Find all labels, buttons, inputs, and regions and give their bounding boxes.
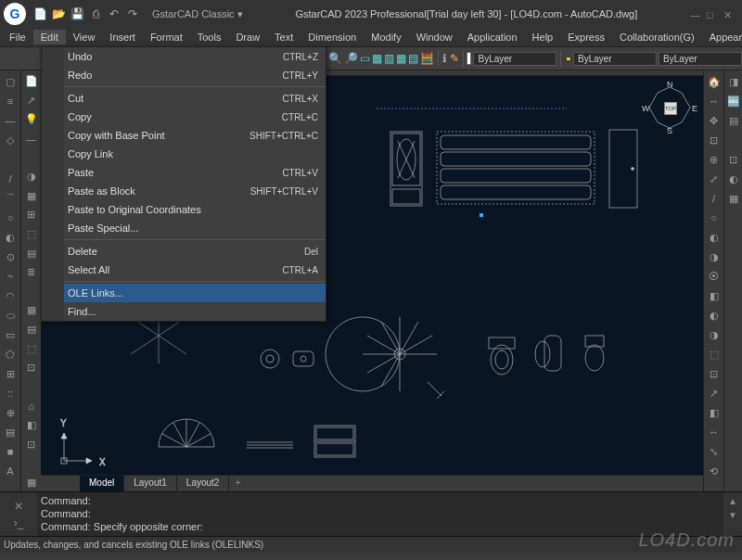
menu-text[interactable]: Text <box>267 30 301 45</box>
modify-tool-15[interactable]: ⊡ <box>705 364 723 383</box>
aux-tool-4[interactable] <box>22 148 41 167</box>
aux-tool-8[interactable]: ⬚ <box>22 225 41 244</box>
menu-appearance[interactable]: Appearance <box>702 30 742 45</box>
toolbar-button-a6[interactable]: ▤ <box>408 48 418 69</box>
layout-tab-model[interactable]: Model <box>80 476 124 491</box>
workspace-selector[interactable]: GstarCAD Classic ▾ <box>152 8 243 20</box>
toolbar-button-b0[interactable]: ℹ <box>441 48 447 69</box>
menu-modify[interactable]: Modify <box>364 30 408 45</box>
menu-express[interactable]: Express <box>560 30 612 45</box>
cmd-close-icon[interactable]: ✕ <box>14 500 23 513</box>
aux-tool-13[interactable]: ▤ <box>22 321 41 339</box>
menu-item-paste[interactable]: 📄PasteCTRL+V <box>42 163 326 182</box>
toolbar-button-a7[interactable]: 🧮 <box>420 48 434 69</box>
draw-tool-6[interactable]: ⌒ <box>1 189 19 208</box>
menu-collaborationg[interactable]: Collaboration(G) <box>612 30 702 45</box>
menu-help[interactable]: Help <box>525 30 561 45</box>
draw-tool-13[interactable]: ▭ <box>1 325 19 344</box>
cmd-scroll-down[interactable]: ▼ <box>728 510 737 520</box>
menu-item-paste-special---[interactable]: Paste Special... <box>42 219 326 237</box>
menu-application[interactable]: Application <box>460 30 525 45</box>
modify-tool-1[interactable]: ↔ <box>705 92 723 110</box>
menu-edit[interactable]: Edit <box>33 30 66 45</box>
modify-tool-5[interactable]: ⤢ <box>705 170 723 188</box>
menu-item-paste-as-block[interactable]: ▣Paste as BlockSHIFT+CTRL+V <box>42 182 326 200</box>
draw-tool-20[interactable]: A <box>1 462 19 480</box>
panel-tool-1[interactable]: 🔤 <box>724 92 743 110</box>
aux-tool-1[interactable]: ↗ <box>22 92 41 110</box>
menu-file[interactable]: File <box>2 30 33 45</box>
qat-button-1[interactable]: 📂 <box>50 6 67 22</box>
menu-draw[interactable]: Draw <box>228 30 267 45</box>
menu-dimension[interactable]: Dimension <box>301 30 364 45</box>
aux-tool-6[interactable]: ▦ <box>22 187 41 206</box>
qat-button-0[interactable]: 📄 <box>32 6 48 22</box>
aux-tool-3[interactable]: — <box>22 130 41 148</box>
menu-format[interactable]: Format <box>143 30 190 45</box>
toolbar-button-a3[interactable]: ▦ <box>372 48 382 69</box>
menu-item-redo[interactable]: ↷RedoCTRL+Y <box>42 66 326 84</box>
draw-tool-16[interactable]: :: <box>1 384 19 402</box>
modify-tool-0[interactable]: 🏠 <box>705 72 723 91</box>
menu-window[interactable]: Window <box>409 30 460 45</box>
layout-tab-layout2[interactable]: Layout2 <box>177 476 230 491</box>
modify-tool-2[interactable]: ✥ <box>705 111 723 130</box>
menu-item-find---[interactable]: 🔍Find... <box>42 302 326 321</box>
modify-tool-7[interactable]: ○ <box>705 209 723 227</box>
aux-tool-7[interactable]: ⊞ <box>22 206 41 224</box>
toolbar-button-a2[interactable]: ▭ <box>360 48 370 69</box>
draw-tool-14[interactable]: ⬠ <box>1 345 19 363</box>
menu-item-copy-link[interactable]: 🔗Copy Link <box>42 145 326 163</box>
aux-tool-2[interactable]: 💡 <box>22 110 41 129</box>
panel-tool-2[interactable]: ▤ <box>724 111 743 130</box>
aux-tool-12[interactable]: ▦ <box>22 301 41 320</box>
draw-tool-0[interactable]: ▢ <box>1 72 19 91</box>
draw-tool-9[interactable]: ⊙ <box>1 248 19 266</box>
close-button[interactable]: ✕ <box>723 9 733 19</box>
menu-item-copy-with-base-point[interactable]: 📋Copy with Base PointSHIFT+CTRL+C <box>42 126 326 145</box>
app-logo[interactable]: G <box>4 3 26 25</box>
modify-tool-13[interactable]: ◑ <box>705 325 723 344</box>
view-cube-top[interactable]: TOP <box>664 102 677 115</box>
draw-tool-17[interactable]: ⊕ <box>1 403 19 422</box>
panel-tool-6[interactable]: ▦ <box>724 189 743 208</box>
menu-item-cut[interactable]: ✂CutCTRL+X <box>42 89 326 108</box>
modify-tool-18[interactable]: ↔ <box>705 423 723 441</box>
modify-tool-4[interactable]: ⊕ <box>705 150 723 169</box>
qat-button-5[interactable]: ↷ <box>124 6 141 22</box>
cmd-scroll-up[interactable]: ▲ <box>728 496 737 506</box>
toolbar-button-a0[interactable]: 🔍 <box>328 48 342 69</box>
toolbar-button-a5[interactable]: ▦ <box>396 48 406 69</box>
draw-tool-12[interactable]: ⬭ <box>1 306 19 325</box>
panel-tool-4[interactable]: ⊡ <box>724 150 743 169</box>
layer-select-1[interactable]: ByLayer <box>573 52 657 66</box>
draw-tool-15[interactable]: ⊞ <box>1 364 19 383</box>
cmd-prompt-icon[interactable]: ›_ <box>14 516 24 529</box>
aux-tool-9[interactable]: ▤ <box>22 244 41 262</box>
panel-tool-3[interactable] <box>724 131 743 149</box>
menu-item-delete[interactable]: ◆DeleteDel <box>42 242 326 261</box>
aux-tool-19[interactable]: ⊡ <box>22 435 41 453</box>
toolbar-button-a4[interactable]: ▥ <box>384 48 394 69</box>
modify-tool-10[interactable]: ⦿ <box>705 267 723 286</box>
panel-tool-5[interactable]: ◐ <box>724 170 743 188</box>
menu-view[interactable]: View <box>66 30 103 45</box>
modify-tool-3[interactable]: ⊡ <box>705 131 723 149</box>
modify-tool-6[interactable]: / <box>705 189 723 208</box>
menu-item-select-all[interactable]: ▭Select AllCTRL+A <box>42 261 326 279</box>
aux-tool-15[interactable]: ⊡ <box>22 359 41 377</box>
panel-tool-0[interactable]: ◨ <box>724 72 743 91</box>
aux-tool-21[interactable]: ▦ <box>22 473 41 491</box>
modify-tool-12[interactable]: ◐ <box>705 306 723 325</box>
draw-tool-2[interactable]: — <box>1 111 19 130</box>
menu-item-paste-to-original-coordinates[interactable]: ▤Paste to Original Coordinates <box>42 200 326 219</box>
add-layout-tab[interactable]: + <box>229 476 246 491</box>
draw-tool-1[interactable]: ≡ <box>1 92 19 110</box>
modify-tool-14[interactable]: ⬚ <box>705 345 723 363</box>
qat-button-4[interactable]: ↶ <box>106 6 122 22</box>
aux-tool-18[interactable]: ◧ <box>22 416 41 435</box>
modify-tool-9[interactable]: ◑ <box>705 248 723 266</box>
draw-tool-8[interactable]: ◐ <box>1 228 19 247</box>
aux-tool-20[interactable] <box>22 454 41 473</box>
draw-tool-3[interactable]: ◇ <box>1 131 19 149</box>
